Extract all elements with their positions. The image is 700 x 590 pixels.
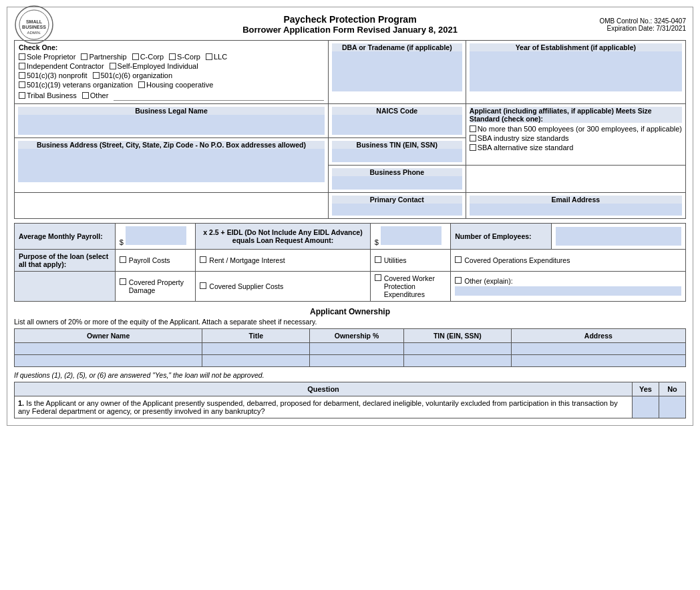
opt-scorp[interactable]: S-Corp <box>169 53 200 61</box>
employees-input[interactable] <box>556 227 681 246</box>
loan-amount-input[interactable] <box>381 226 442 245</box>
cb-500emp[interactable] <box>470 125 476 132</box>
col-address: Address <box>511 329 685 343</box>
cb-worker-protection[interactable] <box>375 274 381 281</box>
opt-500emp[interactable]: No more than 500 employees (or 300 emplo… <box>470 125 682 133</box>
cb-ccorp[interactable] <box>132 53 139 60</box>
dba-cell: DBA or Tradename (if applicable) <box>328 41 466 104</box>
opt-501c19[interactable]: 501(c)(19) veterans organization <box>19 81 133 89</box>
email-cell: Email Address <box>466 193 685 219</box>
opt-sba-industry[interactable]: SBA industry size standards <box>470 134 682 142</box>
cb-independent[interactable] <box>19 63 25 69</box>
cb-supplier-costs[interactable] <box>200 282 206 289</box>
legal-name-input[interactable] <box>18 115 325 135</box>
owner-pct-1[interactable] <box>310 343 404 355</box>
cb-501c19[interactable] <box>19 81 25 88</box>
opt-utilities[interactable]: Utilities <box>375 256 447 264</box>
dollar-sign2: $ <box>375 238 379 246</box>
owner-address-2[interactable] <box>511 355 685 367</box>
opt-501c3[interactable]: 501(c)(3) nonprofit <box>19 71 88 79</box>
opt-supplier-costs[interactable]: Covered Supplier Costs <box>200 282 365 290</box>
cb-housing[interactable] <box>138 81 145 88</box>
address-header: Business Address (Street, City, State, Z… <box>18 141 325 149</box>
opt-501c6[interactable]: 501(c)(6) organization <box>93 71 173 79</box>
payroll-dollar-cell: $ <box>115 224 196 250</box>
property-damage-cell: Covered Property Damage <box>115 272 196 302</box>
primary-contact-input[interactable] <box>332 204 462 216</box>
owner-tin-1[interactable] <box>403 343 511 355</box>
primary-contact-header: Primary Contact <box>332 196 462 204</box>
cb-other-explain[interactable] <box>455 277 462 284</box>
opt-other[interactable]: Other <box>82 91 109 99</box>
owner-pct-2[interactable] <box>310 355 404 367</box>
opt-housing[interactable]: Housing cooperative <box>138 81 213 89</box>
legal-name-cell: Business Legal Name <box>15 104 329 138</box>
opt-property-damage[interactable]: Covered Property Damage <box>120 278 192 294</box>
opt-sba-alt[interactable]: SBA alternative size standard <box>470 143 682 152</box>
opt-independent[interactable]: Independent Contractor <box>19 62 104 70</box>
cb-payroll-costs[interactable] <box>120 256 126 263</box>
opt-other-explain[interactable]: Other (explain): <box>455 277 681 285</box>
no-col-header: No <box>659 382 686 396</box>
owner-title-2[interactable] <box>202 355 310 367</box>
owner-tin-2[interactable] <box>403 355 511 367</box>
sba-logo: SMALL BUSINESS ADMIN. <box>14 5 54 45</box>
owner-name-1[interactable] <box>15 343 202 355</box>
page-container: SMALL BUSINESS ADMIN. Paycheck Protectio… <box>7 7 693 426</box>
cb-rent[interactable] <box>200 256 206 263</box>
col-owner-name: Owner Name <box>15 329 202 343</box>
dba-input[interactable] <box>332 51 462 91</box>
size-standard-header: Applicant (including affiliates, if appl… <box>470 107 682 123</box>
omb-info: OMB Control No.: 3245-0407 Expiration Da… <box>599 17 686 32</box>
owner-name-2[interactable] <box>15 355 202 367</box>
cb-scorp[interactable] <box>169 53 176 60</box>
cb-partnership[interactable] <box>81 53 88 60</box>
opt-payroll-costs[interactable]: Payroll Costs <box>120 256 192 264</box>
ownership-row-1 <box>15 343 686 355</box>
phone-header: Business Phone <box>332 168 462 176</box>
year-input[interactable] <box>470 51 682 91</box>
other-explain-input[interactable] <box>455 286 681 296</box>
cb-llc[interactable] <box>206 53 212 60</box>
col-tin: TIN (EIN, SSN) <box>403 329 511 343</box>
owner-address-1[interactable] <box>511 343 685 355</box>
opt-covered-ops[interactable]: Covered Operations Expenditures <box>455 256 681 264</box>
other-specify-input[interactable] <box>114 91 324 101</box>
cb-sole-proprietor[interactable] <box>19 53 25 60</box>
q1-no-cell[interactable] <box>659 396 686 418</box>
payroll-amount-input[interactable] <box>126 226 186 245</box>
cb-self-employed[interactable] <box>110 63 116 69</box>
opt-ccorp[interactable]: C-Corp <box>132 53 164 61</box>
cb-501c6[interactable] <box>93 72 100 79</box>
opt-llc[interactable]: LLC <box>206 53 227 61</box>
cb-covered-ops[interactable] <box>455 256 462 263</box>
opt-rent[interactable]: Rent / Mortgage Interest <box>200 256 365 264</box>
cb-property-damage[interactable] <box>120 278 126 285</box>
cb-tribal[interactable] <box>19 92 25 99</box>
svg-text:SMALL: SMALL <box>26 19 43 24</box>
ownership-table: Owner Name Title Ownership % TIN (EIN, S… <box>14 328 686 367</box>
year-header: Year of Establishment (if applicable) <box>470 43 682 51</box>
q1-yes-cell[interactable] <box>633 396 659 418</box>
opt-tribal[interactable]: Tribal Business <box>19 91 77 99</box>
opt-partnership[interactable]: Partnership <box>81 53 126 61</box>
business-type-row3: 501(c)(3) nonprofit 501(c)(6) organizati… <box>19 71 324 79</box>
naics-header: NAICS Code <box>332 107 462 115</box>
employees-label: Number of Employees: <box>451 224 552 250</box>
tin-input[interactable] <box>332 149 462 162</box>
opt-sole-proprietor[interactable]: Sole Proprietor <box>19 53 75 61</box>
covered-ops-cell: Covered Operations Expenditures <box>451 250 686 272</box>
cb-sba-industry[interactable] <box>470 135 476 141</box>
naics-input[interactable] <box>332 115 462 135</box>
owner-title-1[interactable] <box>202 343 310 355</box>
phone-input[interactable] <box>332 176 462 190</box>
email-input[interactable] <box>470 204 682 216</box>
cb-501c3[interactable] <box>19 72 25 79</box>
cb-other[interactable] <box>82 92 89 99</box>
opt-self-employed[interactable]: Self-Employed Individual <box>110 62 198 70</box>
questions-note: If questions (1), (2), (5), or (6) are a… <box>14 371 686 379</box>
address-input[interactable] <box>18 149 325 182</box>
opt-worker-protection[interactable]: Covered Worker Protection Expenditures <box>375 274 447 298</box>
cb-utilities[interactable] <box>375 256 381 263</box>
cb-sba-alt[interactable] <box>470 144 476 151</box>
